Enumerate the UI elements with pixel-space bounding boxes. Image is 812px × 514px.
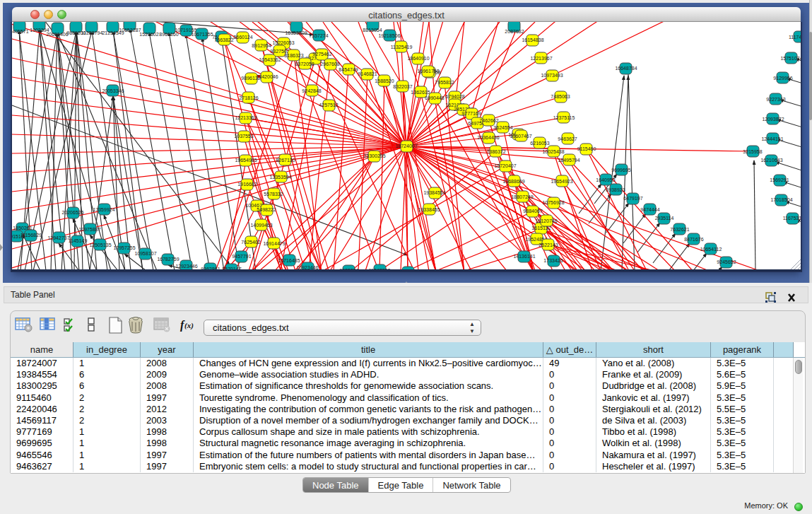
svg-text:9777169: 9777169 — [461, 111, 481, 116]
svg-text:7485063: 7485063 — [551, 94, 570, 99]
svg-text:16210643: 16210643 — [760, 158, 782, 163]
svg-text:14099463: 14099463 — [250, 223, 272, 228]
svg-text:9245652: 9245652 — [717, 259, 736, 264]
svg-text:1527602: 1527602 — [139, 32, 158, 37]
svg-text:8966160: 8966160 — [159, 32, 178, 37]
svg-text:8322037: 8322037 — [393, 84, 412, 89]
svg-text:1037553: 1037553 — [234, 134, 253, 139]
svg-text:2718126: 2718126 — [239, 95, 258, 100]
svg-text:10671355: 10671355 — [191, 32, 213, 37]
svg-text:12923446: 12923446 — [175, 264, 197, 269]
svg-text:18495794: 18495794 — [558, 158, 579, 163]
svg-text:12213363: 12213363 — [235, 115, 257, 120]
svg-text:9474444: 9474444 — [640, 207, 659, 212]
svg-text:7955812: 7955812 — [435, 80, 454, 85]
svg-text:2522143: 2522143 — [539, 243, 558, 247]
svg-text:7357274: 7357274 — [309, 33, 328, 38]
svg-text:17359924: 17359924 — [93, 207, 114, 212]
svg-text:10654112: 10654112 — [700, 247, 722, 252]
svg-text:8454749: 8454749 — [339, 67, 358, 72]
svg-text:11283794: 11283794 — [81, 30, 103, 35]
svg-text:6990448: 6990448 — [425, 95, 444, 100]
svg-text:12093872: 12093872 — [762, 117, 784, 122]
svg-text:7663822: 7663822 — [214, 37, 233, 42]
svg-text:9146821: 9146821 — [358, 71, 377, 76]
svg-text:1588520: 1588520 — [375, 78, 394, 83]
svg-text:8186323: 8186323 — [284, 53, 303, 58]
svg-text:9129966: 9129966 — [773, 76, 792, 81]
svg-text:15720407: 15720407 — [494, 163, 516, 168]
svg-text:20053346: 20053346 — [102, 88, 124, 93]
svg-text:19654923: 19654923 — [551, 179, 572, 184]
svg-text:10653287: 10653287 — [119, 28, 141, 33]
svg-text:9884067: 9884067 — [523, 209, 542, 214]
svg-text:16154838: 16154838 — [522, 37, 543, 42]
svg-text:13353594: 13353594 — [269, 175, 291, 180]
svg-text:20364436: 20364436 — [477, 135, 499, 140]
svg-text:9227343: 9227343 — [766, 97, 785, 102]
svg-text:10607467: 10607467 — [510, 134, 531, 139]
svg-text:10025438: 10025438 — [542, 149, 564, 154]
svg-text:16120746: 16120746 — [535, 218, 557, 223]
svg-text:18640910: 18640910 — [407, 56, 429, 61]
svg-text:9275462: 9275462 — [312, 52, 331, 57]
svg-text:8267130: 8267130 — [276, 158, 295, 163]
svg-text:10958107: 10958107 — [134, 251, 156, 256]
svg-text:16353809: 16353809 — [285, 30, 307, 35]
svg-text:16782759: 16782759 — [157, 257, 179, 262]
svg-text:1640953: 1640953 — [596, 177, 615, 182]
svg-text:2087682: 2087682 — [505, 29, 524, 34]
svg-text:1145149: 1145149 — [69, 238, 88, 243]
svg-text:18724007: 18724007 — [395, 144, 417, 148]
svg-text:11156829: 11156829 — [20, 233, 42, 238]
svg-text:7632621: 7632621 — [670, 227, 689, 232]
svg-text:12505135: 12505135 — [89, 243, 111, 247]
svg-text:9115460: 9115460 — [577, 146, 596, 151]
svg-text:2935114: 2935114 — [655, 216, 674, 221]
svg-text:17957255: 17957255 — [113, 245, 135, 250]
svg-text:11174084: 11174084 — [789, 35, 801, 40]
svg-text:12444151: 12444151 — [761, 136, 783, 141]
svg-text:9242848: 9242848 — [302, 88, 321, 93]
svg-text:3624554: 3624554 — [493, 125, 512, 130]
svg-text:10973493: 10973493 — [541, 73, 563, 78]
svg-text:15716485: 15716485 — [278, 258, 300, 263]
svg-text:9457791: 9457791 — [232, 254, 251, 259]
svg-text:8938923: 8938923 — [606, 187, 625, 192]
svg-text:5498222: 5498222 — [257, 207, 276, 212]
svg-text:1405571: 1405571 — [12, 29, 29, 34]
svg-text:15751074: 15751074 — [780, 56, 801, 61]
svg-text:(x): (x) — [184, 321, 194, 330]
svg-text:6216053: 6216053 — [530, 141, 549, 146]
svg-text:19338455: 19338455 — [418, 207, 440, 212]
svg-text:10688609: 10688609 — [502, 179, 524, 184]
svg-text:8660124: 8660124 — [233, 35, 252, 40]
svg-text:10756928: 10756928 — [542, 200, 564, 205]
svg-text:20206526: 20206526 — [61, 210, 83, 215]
svg-text:6479197: 6479197 — [623, 196, 642, 201]
svg-text:16961758: 16961758 — [417, 69, 439, 74]
svg-text:5578332: 5578332 — [264, 192, 283, 197]
svg-text:10543362: 10543362 — [259, 57, 281, 62]
svg-text:18807249: 18807249 — [511, 194, 533, 199]
svg-text:20691406: 20691406 — [46, 32, 68, 37]
svg-text:12375115: 12375115 — [553, 115, 575, 120]
svg-text:8813054: 8813054 — [363, 28, 382, 33]
svg-text:1167531: 1167531 — [783, 216, 801, 221]
svg-text:19654985: 19654985 — [235, 158, 257, 163]
svg-text:6794028: 6794028 — [445, 94, 464, 99]
svg-text:11325419: 11325419 — [391, 45, 413, 49]
svg-text:16648784: 16648784 — [615, 66, 637, 71]
svg-text:1569291: 1569291 — [770, 177, 789, 182]
svg-text:7462662: 7462662 — [479, 118, 498, 123]
svg-text:15226053: 15226053 — [272, 40, 294, 45]
svg-text:12942737: 12942737 — [47, 235, 69, 240]
svg-text:10975887: 10975887 — [78, 227, 100, 232]
svg-text:3215958: 3215958 — [743, 149, 762, 154]
svg-text:8471676: 8471676 — [684, 237, 703, 242]
svg-text:1916682: 1916682 — [237, 182, 257, 187]
svg-text:7386372: 7386372 — [486, 149, 505, 154]
svg-text:9463627: 9463627 — [558, 136, 577, 141]
svg-text:17018504: 17018504 — [770, 197, 792, 202]
svg-text:12213967: 12213967 — [530, 56, 552, 61]
